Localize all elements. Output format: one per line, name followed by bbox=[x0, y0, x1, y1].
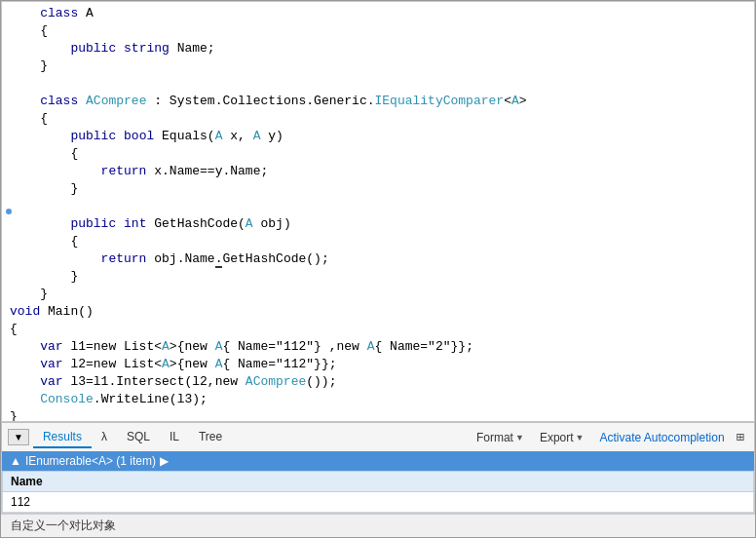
type-token: A bbox=[215, 357, 223, 371]
code-line: } bbox=[2, 269, 754, 287]
code-token: GetHashCode( bbox=[146, 216, 245, 231]
code-token: { bbox=[10, 234, 78, 249]
code-token: A bbox=[78, 6, 94, 20]
left-indicator bbox=[6, 209, 12, 214]
results-title: IEnumerable<A> (1 item) bbox=[25, 454, 156, 468]
code-line bbox=[2, 199, 754, 216]
results-header[interactable]: ▲ IEnumerable<A> (1 item) ▶ bbox=[2, 451, 754, 471]
code-token: > bbox=[519, 94, 527, 108]
code-token: l3=l1.Intersect(l2,new bbox=[63, 374, 246, 389]
code-token: x.Name==y.Name; bbox=[146, 164, 268, 178]
code-line: } bbox=[2, 181, 754, 199]
code-token: obj.Name bbox=[146, 251, 214, 266]
format-label: Format bbox=[476, 431, 513, 444]
code-token: y) bbox=[261, 129, 284, 143]
code-token: Name; bbox=[170, 41, 215, 56]
code-token: x, bbox=[222, 129, 252, 143]
results-table: Name 112 bbox=[2, 471, 754, 513]
code-line: var l1=new List<A>{new A{ Name="112"} ,n… bbox=[2, 339, 754, 357]
code-line: } bbox=[2, 58, 754, 76]
code-line: } bbox=[2, 287, 754, 304]
keyword-token: class bbox=[10, 94, 78, 108]
tab-tree[interactable]: Tree bbox=[189, 427, 232, 448]
code-token: { bbox=[10, 322, 18, 336]
code-token bbox=[78, 94, 86, 108]
code-token bbox=[116, 41, 124, 56]
code-token bbox=[116, 216, 124, 231]
status-text: 自定义一个对比对象 bbox=[11, 519, 116, 532]
forward-icon: ▶ bbox=[160, 454, 169, 468]
code-token: ()); bbox=[306, 374, 336, 389]
table-row[interactable]: 112 bbox=[3, 492, 754, 513]
results-panel: ▲ IEnumerable<A> (1 item) ▶ Name 112 bbox=[1, 451, 755, 514]
keyword-token: public bbox=[10, 129, 116, 143]
code-token bbox=[116, 129, 124, 143]
code-line: class A bbox=[2, 6, 754, 23]
code-token: >{new bbox=[170, 357, 215, 371]
keyword-token: class bbox=[10, 6, 78, 20]
keyword-token: int bbox=[124, 216, 146, 231]
tab-results[interactable]: Results bbox=[33, 427, 92, 448]
type-token: A bbox=[162, 339, 170, 354]
code-line: var l2=new List<A>{new A{ Name="112"}}; bbox=[2, 357, 754, 374]
code-token: { Name="112"}}; bbox=[222, 357, 336, 371]
tab-sql[interactable]: SQL bbox=[117, 427, 160, 448]
type-token: Console bbox=[10, 392, 94, 406]
code-token: } bbox=[10, 409, 18, 422]
keyword-token: string bbox=[124, 41, 170, 56]
code-line: { bbox=[2, 111, 754, 129]
keyword-token: void bbox=[10, 304, 40, 319]
code-token: l2=new List< bbox=[63, 357, 162, 371]
column-header-name: Name bbox=[3, 472, 754, 492]
type-token: ACompree bbox=[246, 374, 306, 389]
status-bar: 自定义一个对比对象 bbox=[1, 514, 755, 537]
code-token: } bbox=[10, 58, 48, 73]
keyword-token: var bbox=[10, 339, 63, 354]
tab-il[interactable]: IL bbox=[160, 427, 189, 448]
code-line: public string Name; bbox=[2, 41, 754, 58]
tab-lambda[interactable]: λ bbox=[92, 427, 117, 448]
activate-autocompletion-button[interactable]: Activate Autocompletion bbox=[591, 428, 732, 447]
code-token: { bbox=[10, 23, 48, 38]
keyword-token: var bbox=[10, 374, 63, 389]
code-token: .WriteLine(l3); bbox=[94, 392, 208, 406]
code-line: { bbox=[2, 322, 754, 339]
code-token: Main() bbox=[40, 304, 94, 319]
code-token: obj) bbox=[253, 216, 291, 231]
tab-dropdown-button[interactable]: ▼ bbox=[8, 429, 29, 445]
format-dropdown-icon: ▼ bbox=[515, 433, 524, 442]
keyword-token: return bbox=[10, 251, 146, 266]
dropdown-arrow-icon: ▼ bbox=[14, 432, 23, 442]
code-token bbox=[10, 76, 18, 91]
expand-icon: ▲ bbox=[10, 454, 21, 468]
code-token: l1=new List< bbox=[63, 339, 162, 354]
code-token: Equals( bbox=[154, 129, 214, 143]
grid-settings-icon[interactable]: ⊞ bbox=[733, 427, 748, 447]
code-token: } bbox=[10, 181, 78, 196]
type-token: A bbox=[215, 129, 223, 143]
code-line: void Main() bbox=[2, 304, 754, 322]
code-line: } bbox=[2, 409, 754, 422]
export-button[interactable]: Export ▼ bbox=[532, 428, 592, 447]
results-toolbar: ▼ Results λ SQL IL Tree Format ▼ Export … bbox=[1, 422, 755, 451]
type-token: A bbox=[253, 129, 261, 143]
table-header-row: Name bbox=[3, 472, 754, 492]
keyword-token: bool bbox=[124, 129, 154, 143]
type-token: A bbox=[511, 94, 519, 108]
code-token: >{new bbox=[170, 339, 215, 354]
type-token: A bbox=[215, 339, 223, 354]
code-line: return x.Name==y.Name; bbox=[2, 164, 754, 181]
cell-name: 112 bbox=[3, 492, 754, 513]
code-token: { Name="112"} ,new bbox=[222, 339, 366, 354]
type-token: A bbox=[246, 216, 253, 231]
code-line: Console.WriteLine(l3); bbox=[2, 392, 754, 409]
format-button[interactable]: Format ▼ bbox=[469, 428, 532, 447]
export-label: Export bbox=[540, 431, 574, 444]
code-token: { bbox=[10, 111, 48, 126]
keyword-token: public bbox=[10, 41, 116, 56]
type-token: IEqualityComparer bbox=[375, 94, 505, 108]
code-line: { bbox=[2, 146, 754, 164]
code-token: } bbox=[10, 287, 48, 301]
code-editor[interactable]: class A { public string Name; } class AC… bbox=[1, 1, 755, 422]
code-line: return obj.Name.GetHashCode(); bbox=[2, 251, 754, 269]
